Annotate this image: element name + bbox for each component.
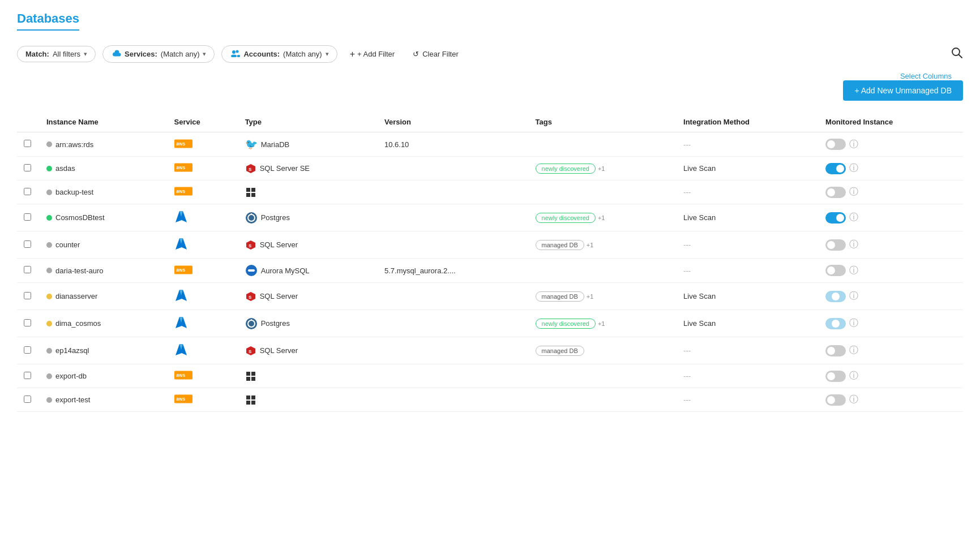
info-icon[interactable]: ⓘ bbox=[849, 139, 858, 151]
tag-plus: +1 bbox=[598, 214, 605, 221]
info-icon[interactable]: ⓘ bbox=[849, 345, 858, 356]
monitored-toggle[interactable] bbox=[825, 212, 846, 223]
col-integration: Integration Method bbox=[677, 112, 819, 132]
monitored-toggle[interactable] bbox=[825, 371, 846, 382]
row-checkbox[interactable] bbox=[24, 266, 31, 273]
info-icon[interactable]: ⓘ bbox=[849, 394, 858, 406]
version-cell: 10.6.10 bbox=[378, 132, 529, 157]
instance-name-cell: asdas bbox=[40, 157, 168, 180]
row-checkbox-cell bbox=[17, 132, 40, 157]
svg-point-1 bbox=[231, 55, 237, 58]
grid-icon bbox=[245, 394, 256, 406]
svg-rect-17 bbox=[251, 193, 255, 197]
monitored-toggle[interactable] bbox=[825, 291, 846, 302]
table-row: export-test aws --- ⓘ bbox=[17, 388, 963, 412]
svg-rect-49 bbox=[251, 377, 255, 381]
monitored-toggle[interactable] bbox=[825, 139, 846, 150]
services-label: Services: bbox=[125, 50, 157, 58]
version-cell bbox=[378, 204, 529, 231]
azure-icon bbox=[174, 237, 188, 251]
type-cell bbox=[238, 180, 378, 204]
row-checkbox[interactable] bbox=[24, 372, 31, 379]
info-icon[interactable]: ⓘ bbox=[849, 370, 858, 382]
service-cell: aws bbox=[168, 259, 238, 283]
instance-name: dima_cosmos bbox=[55, 319, 101, 328]
svg-rect-14 bbox=[246, 188, 250, 192]
tags-cell: newly discovered+1 bbox=[529, 204, 677, 231]
svg-rect-48 bbox=[246, 377, 250, 381]
table-row: daria-test-auro aws Aurora MySQL 5.7.mys… bbox=[17, 259, 963, 283]
integration-cell: --- bbox=[677, 132, 819, 157]
svg-text:S: S bbox=[249, 167, 252, 172]
svg-text:aws: aws bbox=[176, 165, 185, 170]
status-dot bbox=[46, 268, 52, 273]
svg-rect-30 bbox=[248, 269, 255, 272]
aurora-icon bbox=[245, 264, 258, 277]
monitored-toggle[interactable] bbox=[825, 394, 846, 406]
status-dot bbox=[46, 242, 52, 248]
match-filter-pill[interactable]: Match: All filters ▾ bbox=[17, 46, 96, 62]
monitored-toggle[interactable] bbox=[825, 265, 846, 276]
svg-rect-53 bbox=[251, 396, 255, 399]
monitored-toggle[interactable] bbox=[825, 345, 846, 356]
integration-cell: --- bbox=[677, 231, 819, 259]
tags-cell bbox=[529, 259, 677, 283]
aws-icon: aws bbox=[174, 139, 192, 149]
info-icon[interactable]: ⓘ bbox=[849, 186, 858, 198]
row-checkbox[interactable] bbox=[24, 319, 31, 326]
services-filter-pill[interactable]: Services: (Match any) ▾ bbox=[102, 45, 215, 63]
row-checkbox[interactable] bbox=[24, 164, 31, 171]
monitored-toggle[interactable] bbox=[825, 163, 846, 174]
tags-cell bbox=[529, 132, 677, 157]
info-icon[interactable]: ⓘ bbox=[849, 239, 858, 251]
aws-icon: aws bbox=[174, 394, 192, 404]
row-checkbox[interactable] bbox=[24, 346, 31, 354]
service-cell bbox=[168, 310, 238, 337]
row-checkbox[interactable] bbox=[24, 140, 31, 147]
row-checkbox[interactable] bbox=[24, 292, 31, 299]
add-db-button[interactable]: + Add New Unmanaged DB bbox=[843, 80, 963, 101]
instance-name: CosmosDBtest bbox=[55, 213, 105, 222]
svg-rect-55 bbox=[251, 401, 255, 405]
service-cell bbox=[168, 283, 238, 310]
type-cell: Postgres bbox=[238, 310, 378, 337]
integration-cell: --- bbox=[677, 388, 819, 412]
integration-value: --- bbox=[683, 140, 691, 149]
add-filter-button[interactable]: + + Add Filter bbox=[344, 46, 400, 63]
row-checkbox[interactable] bbox=[24, 188, 31, 195]
databases-table: Instance Name Service Type Version Tags … bbox=[17, 112, 963, 412]
instance-name: dianasserver bbox=[55, 292, 97, 300]
search-button[interactable] bbox=[951, 46, 963, 62]
row-checkbox[interactable] bbox=[24, 240, 31, 248]
info-icon[interactable]: ⓘ bbox=[849, 265, 858, 277]
integration-cell: Live Scan bbox=[677, 157, 819, 180]
table-row: ep14azsql S SQL Server managed DB--- ⓘ bbox=[17, 337, 963, 364]
monitored-toggle[interactable] bbox=[825, 318, 846, 329]
status-dot bbox=[46, 397, 52, 403]
svg-text:aws: aws bbox=[176, 267, 185, 273]
info-icon[interactable]: ⓘ bbox=[849, 162, 858, 174]
svg-line-5 bbox=[959, 55, 962, 58]
monitored-cell: ⓘ bbox=[819, 204, 963, 231]
row-checkbox[interactable] bbox=[24, 396, 31, 403]
type-cell: 🐦 MariaDB bbox=[238, 132, 378, 157]
filter-bar: Match: All filters ▾ Services: (Match an… bbox=[17, 45, 963, 63]
info-icon[interactable]: ⓘ bbox=[849, 212, 858, 223]
tag-badge: newly discovered bbox=[536, 213, 596, 223]
monitored-toggle[interactable] bbox=[825, 239, 846, 251]
svg-text:aws: aws bbox=[176, 141, 185, 147]
info-icon[interactable]: ⓘ bbox=[849, 290, 858, 302]
svg-rect-15 bbox=[251, 188, 255, 192]
clear-filter-button[interactable]: ↺ Clear Filter bbox=[407, 46, 464, 62]
service-cell bbox=[168, 231, 238, 259]
instance-name-cell: daria-test-auro bbox=[40, 259, 168, 283]
row-checkbox[interactable] bbox=[24, 213, 31, 221]
monitored-toggle[interactable] bbox=[825, 187, 846, 198]
info-icon[interactable]: ⓘ bbox=[849, 317, 858, 329]
status-dot bbox=[46, 321, 52, 326]
accounts-filter-pill[interactable]: Accounts: (Match any) ▾ bbox=[221, 45, 337, 63]
select-columns-button[interactable]: Select Columns bbox=[900, 72, 952, 80]
instance-name-cell: CosmosDBtest bbox=[40, 204, 168, 231]
tag-plus: +1 bbox=[598, 165, 605, 172]
version-cell bbox=[378, 388, 529, 412]
